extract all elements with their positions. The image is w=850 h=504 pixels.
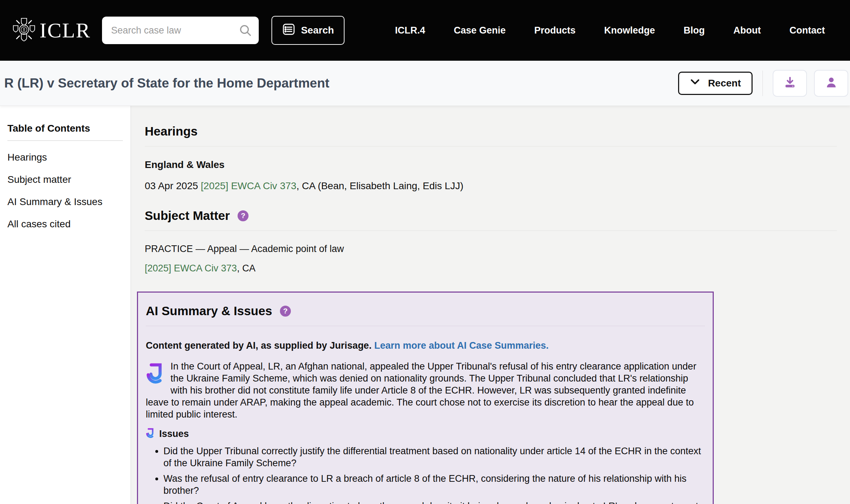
issues-label: Issues (159, 428, 189, 439)
toc-item-all-cases-cited[interactable]: All cases cited (7, 218, 123, 230)
section-divider (145, 230, 837, 231)
learn-more-link[interactable]: Learn more about AI Case Summaries. (374, 340, 549, 351)
primary-nav: ICLR.4 Case Genie Products Knowledge Blo… (395, 25, 825, 36)
page-content: Table of Contents Hearings Subject matte… (0, 106, 850, 504)
toc-item-subject-matter[interactable]: Subject matter (7, 174, 123, 185)
subject-citation-link[interactable]: [2025] EWCA Civ 373 (145, 263, 237, 274)
ai-summary-box: AI Summary & Issues ? Content generated … (137, 292, 714, 504)
jurisage-logo-icon (146, 362, 165, 385)
subject-matter-heading: Subject Matter ? (145, 209, 837, 223)
hearings-section: Hearings England & Wales 03 Apr 2025 [20… (137, 124, 845, 192)
issue-item: Was the refusal of entry clearance to LR… (163, 473, 705, 497)
account-button[interactable] (814, 70, 848, 97)
person-icon (825, 76, 838, 90)
ai-summary-heading: AI Summary & Issues ? (146, 304, 705, 318)
search-input[interactable] (102, 17, 259, 44)
nav-link-case-genie[interactable]: Case Genie (454, 25, 505, 36)
ai-summary-help-icon[interactable]: ? (280, 306, 291, 317)
nav-link-iclr4[interactable]: ICLR.4 (395, 25, 425, 36)
issues-list: Did the Upper Tribunal correctly justify… (154, 445, 705, 504)
hearing-citation-line: 03 Apr 2025 [2025] EWCA Civ 373, CA (Bea… (145, 180, 837, 192)
issue-item: Did the Court of Appeal have the discret… (163, 500, 705, 504)
nav-link-blog[interactable]: Blog (684, 25, 705, 36)
subject-citation-suffix: , CA (237, 263, 256, 274)
title-actions: Recent (678, 70, 848, 97)
case-title-bar: R (LR) v Secretary of State for the Home… (0, 61, 850, 106)
issues-header: Issues (146, 427, 705, 440)
hearing-date: 03 Apr 2025 (145, 180, 201, 191)
nav-link-knowledge[interactable]: Knowledge (604, 25, 655, 36)
ai-disclaimer-text: Content generated by AI, as supplied by … (146, 340, 372, 351)
logo-wordmark: ICLR (40, 18, 91, 43)
main-panel: Hearings England & Wales 03 Apr 2025 [20… (131, 106, 850, 504)
search-magnifier-icon (238, 23, 252, 39)
download-button[interactable] (773, 70, 807, 97)
subject-matter-help-icon[interactable]: ? (238, 210, 249, 221)
hearing-citation-suffix: , CA (Bean, Elisabeth Laing, Edis LJJ) (297, 180, 463, 191)
section-divider (145, 146, 837, 146)
issue-item: Did the Upper Tribunal correctly justify… (163, 445, 705, 469)
hearing-citation-link[interactable]: [2025] EWCA Civ 373 (201, 180, 297, 191)
iclr-logo[interactable]: ICLR (12, 17, 91, 44)
search-button[interactable]: Search (271, 16, 345, 45)
recent-dropdown-button[interactable]: Recent (678, 72, 753, 95)
recent-button-label: Recent (708, 78, 741, 89)
download-icon (783, 76, 797, 90)
iclr-crest-icon (12, 17, 36, 44)
search-list-icon (282, 23, 295, 38)
toc-heading: Table of Contents (7, 123, 123, 141)
classification-line: PRACTICE — Appeal — Academic point of la… (145, 244, 837, 254)
search-field-wrap (102, 17, 259, 44)
ai-summary-heading-text: AI Summary & Issues (146, 304, 272, 318)
toc-item-ai-summary[interactable]: AI Summary & Issues (7, 196, 123, 208)
nav-link-about[interactable]: About (734, 25, 761, 36)
subject-matter-section: Subject Matter ? PRACTICE — Appeal — Aca… (137, 209, 845, 274)
toc-item-hearings[interactable]: Hearings (7, 152, 123, 163)
jurisage-logo-small-icon (146, 427, 155, 440)
jurisdiction-label: England & Wales (145, 159, 837, 170)
hearings-heading: Hearings (145, 124, 837, 138)
subject-citation-line: [2025] EWCA Civ 373, CA (145, 263, 837, 274)
ai-disclaimer: Content generated by AI, as supplied by … (146, 340, 705, 351)
top-navbar: ICLR Search ICLR.4 Case Genie Products K… (0, 0, 850, 61)
ai-summary-paragraph-wrap: In the Court of Appeal, LR, an Afghan na… (146, 360, 705, 420)
nav-link-products[interactable]: Products (534, 25, 575, 36)
chevron-down-icon (690, 78, 700, 89)
subject-matter-heading-text: Subject Matter (145, 209, 230, 223)
toc-sidebar: Table of Contents Hearings Subject matte… (0, 106, 131, 504)
nav-link-contact[interactable]: Contact (790, 25, 825, 36)
ai-summary-text: In the Court of Appeal, LR, an Afghan na… (146, 361, 696, 420)
search-button-label: Search (301, 25, 334, 36)
vertical-divider (762, 71, 763, 96)
ai-box-divider (146, 326, 705, 326)
case-title: R (LR) v Secretary of State for the Home… (4, 76, 329, 91)
